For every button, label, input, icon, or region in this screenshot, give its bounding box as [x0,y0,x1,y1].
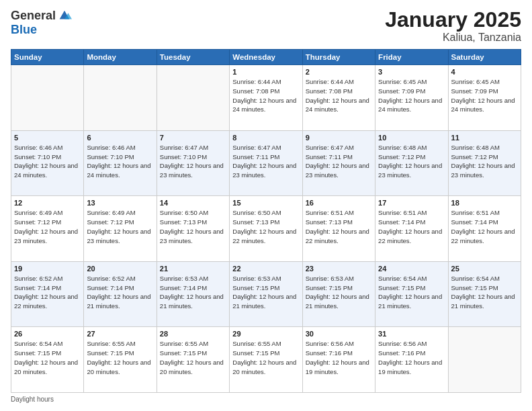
calendar-cell: 30Sunrise: 6:56 AMSunset: 7:16 PMDayligh… [302,327,375,393]
calendar-cell: 29Sunrise: 6:55 AMSunset: 7:15 PMDayligh… [230,327,302,393]
calendar-cell: 16Sunrise: 6:51 AMSunset: 7:13 PMDayligh… [302,196,375,262]
day-number: 20 [87,265,153,273]
day-number: 23 [306,265,372,273]
day-number: 7 [160,134,226,142]
calendar-cell: 26Sunrise: 6:54 AMSunset: 7:15 PMDayligh… [11,327,84,393]
calendar-cell: 18Sunrise: 6:51 AMSunset: 7:14 PMDayligh… [448,196,521,262]
page: General Blue January 2025 Kaliua, Tanzan… [0,0,532,411]
day-number: 10 [378,134,445,142]
calendar-header-friday: Friday [375,50,448,65]
day-info: Sunrise: 6:47 AMSunset: 7:11 PMDaylight:… [306,143,372,180]
calendar-cell: 31Sunrise: 6:56 AMSunset: 7:16 PMDayligh… [375,327,448,393]
day-info: Sunrise: 6:44 AMSunset: 7:08 PMDaylight:… [232,77,299,114]
day-number: 26 [14,330,81,338]
day-number: 3 [378,68,445,76]
day-info: Sunrise: 6:56 AMSunset: 7:16 PMDaylight:… [306,339,372,376]
calendar-header-monday: Monday [84,50,157,65]
calendar-header-row: SundayMondayTuesdayWednesdayThursdayFrid… [11,50,521,65]
day-info: Sunrise: 6:46 AMSunset: 7:10 PMDaylight:… [14,143,81,180]
day-info: Sunrise: 6:50 AMSunset: 7:13 PMDaylight:… [232,208,299,245]
day-number: 31 [378,330,445,338]
day-number: 24 [378,265,445,273]
logo-icon [57,8,72,23]
logo: General Blue [11,8,72,37]
calendar-cell [157,65,229,131]
calendar-cell: 9Sunrise: 6:47 AMSunset: 7:11 PMDaylight… [302,130,375,196]
day-info: Sunrise: 6:51 AMSunset: 7:14 PMDaylight:… [451,208,518,245]
calendar-table: SundayMondayTuesdayWednesdayThursdayFrid… [11,49,521,393]
day-info: Sunrise: 6:53 AMSunset: 7:14 PMDaylight:… [160,274,226,311]
day-number: 14 [160,199,226,207]
day-number: 19 [14,265,81,273]
calendar-cell: 3Sunrise: 6:45 AMSunset: 7:09 PMDaylight… [375,65,448,131]
day-info: Sunrise: 6:55 AMSunset: 7:15 PMDaylight:… [87,339,153,376]
logo-blue: Blue [11,23,37,37]
day-number: 11 [451,134,518,142]
calendar-cell: 4Sunrise: 6:45 AMSunset: 7:09 PMDaylight… [448,65,521,131]
calendar-cell: 19Sunrise: 6:52 AMSunset: 7:14 PMDayligh… [11,261,84,327]
calendar-cell [11,65,84,131]
day-number: 21 [160,265,226,273]
day-number: 30 [306,330,372,338]
day-number: 9 [306,134,372,142]
day-number: 18 [451,199,518,207]
day-number: 15 [232,199,299,207]
logo-general: General [11,9,56,23]
day-info: Sunrise: 6:51 AMSunset: 7:14 PMDaylight:… [378,208,445,245]
title-block: January 2025 Kaliua, Tanzania [385,8,521,44]
day-info: Sunrise: 6:45 AMSunset: 7:09 PMDaylight:… [378,77,445,114]
calendar-cell: 8Sunrise: 6:47 AMSunset: 7:11 PMDaylight… [230,130,302,196]
day-number: 1 [232,68,299,76]
day-number: 16 [306,199,372,207]
day-info: Sunrise: 6:46 AMSunset: 7:10 PMDaylight:… [87,143,153,180]
day-info: Sunrise: 6:51 AMSunset: 7:13 PMDaylight:… [306,208,372,245]
calendar-header-saturday: Saturday [448,50,521,65]
calendar-week-row: 12Sunrise: 6:49 AMSunset: 7:12 PMDayligh… [11,196,521,262]
day-info: Sunrise: 6:50 AMSunset: 7:13 PMDaylight:… [160,208,226,245]
calendar-cell: 22Sunrise: 6:53 AMSunset: 7:15 PMDayligh… [230,261,302,327]
calendar-cell: 14Sunrise: 6:50 AMSunset: 7:13 PMDayligh… [157,196,229,262]
calendar-cell: 23Sunrise: 6:53 AMSunset: 7:15 PMDayligh… [302,261,375,327]
day-number: 12 [14,199,81,207]
day-info: Sunrise: 6:45 AMSunset: 7:09 PMDaylight:… [451,77,518,114]
day-info: Sunrise: 6:47 AMSunset: 7:10 PMDaylight:… [160,143,226,180]
location: Kaliua, Tanzania [385,32,521,44]
footer-note: Daylight hours [11,396,521,403]
day-number: 6 [87,134,153,142]
calendar-cell: 13Sunrise: 6:49 AMSunset: 7:12 PMDayligh… [84,196,157,262]
calendar-cell: 15Sunrise: 6:50 AMSunset: 7:13 PMDayligh… [230,196,302,262]
day-number: 22 [232,265,299,273]
day-info: Sunrise: 6:48 AMSunset: 7:12 PMDaylight:… [451,143,518,180]
day-number: 28 [160,330,226,338]
calendar-cell: 11Sunrise: 6:48 AMSunset: 7:12 PMDayligh… [448,130,521,196]
day-info: Sunrise: 6:54 AMSunset: 7:15 PMDaylight:… [378,274,445,311]
calendar-cell [84,65,157,131]
month-title: January 2025 [385,8,521,32]
calendar-week-row: 5Sunrise: 6:46 AMSunset: 7:10 PMDaylight… [11,130,521,196]
day-number: 5 [14,134,81,142]
day-info: Sunrise: 6:56 AMSunset: 7:16 PMDaylight:… [378,339,445,376]
calendar-header-sunday: Sunday [11,50,84,65]
day-info: Sunrise: 6:54 AMSunset: 7:15 PMDaylight:… [14,339,81,376]
day-number: 8 [232,134,299,142]
day-number: 2 [306,68,372,76]
calendar-cell: 21Sunrise: 6:53 AMSunset: 7:14 PMDayligh… [157,261,229,327]
day-info: Sunrise: 6:44 AMSunset: 7:08 PMDaylight:… [306,77,372,114]
day-info: Sunrise: 6:55 AMSunset: 7:15 PMDaylight:… [160,339,226,376]
calendar-cell: 6Sunrise: 6:46 AMSunset: 7:10 PMDaylight… [84,130,157,196]
day-number: 27 [87,330,153,338]
calendar-week-row: 26Sunrise: 6:54 AMSunset: 7:15 PMDayligh… [11,327,521,393]
day-info: Sunrise: 6:54 AMSunset: 7:15 PMDaylight:… [451,274,518,311]
calendar-cell: 10Sunrise: 6:48 AMSunset: 7:12 PMDayligh… [375,130,448,196]
calendar-cell: 5Sunrise: 6:46 AMSunset: 7:10 PMDaylight… [11,130,84,196]
calendar-cell: 24Sunrise: 6:54 AMSunset: 7:15 PMDayligh… [375,261,448,327]
calendar-cell [448,327,521,393]
calendar-week-row: 19Sunrise: 6:52 AMSunset: 7:14 PMDayligh… [11,261,521,327]
day-info: Sunrise: 6:49 AMSunset: 7:12 PMDaylight:… [87,208,153,245]
day-info: Sunrise: 6:55 AMSunset: 7:15 PMDaylight:… [232,339,299,376]
day-number: 17 [378,199,445,207]
day-number: 4 [451,68,518,76]
day-info: Sunrise: 6:52 AMSunset: 7:14 PMDaylight:… [14,274,81,311]
daylight-hours-label: Daylight hours [11,396,54,403]
calendar-header-thursday: Thursday [302,50,375,65]
